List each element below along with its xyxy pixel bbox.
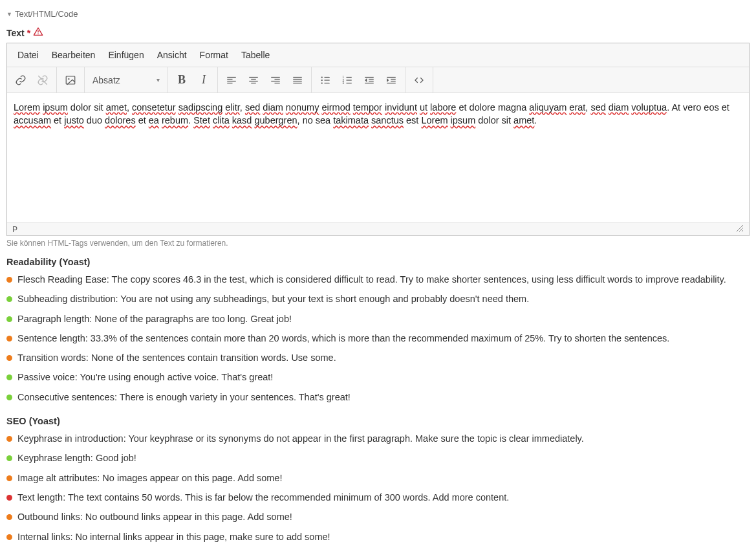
source-code-button[interactable] bbox=[408, 69, 430, 91]
numbered-list-button[interactable]: 123 bbox=[336, 69, 358, 91]
svg-point-23 bbox=[321, 82, 323, 83]
readability-item: Flesch Reading Ease: The copy scores 46.… bbox=[6, 270, 750, 289]
score-bullet-orange bbox=[6, 534, 12, 540]
seo-item: Text length: The text contains 50 words.… bbox=[6, 488, 750, 507]
field-label-text: Text bbox=[6, 28, 25, 38]
seo-item: Keyphrase in introduction: Your keyphras… bbox=[6, 429, 750, 448]
bold-button[interactable]: B bbox=[171, 69, 193, 91]
seo-item-text: Keyphrase length: Good job! bbox=[17, 451, 136, 464]
score-bullet-orange bbox=[6, 336, 12, 341]
readability-item: Passive voice: You're using enough activ… bbox=[6, 367, 750, 387]
readability-item-text: Consecutive sentences: There is enough v… bbox=[17, 391, 351, 404]
readability-item-text: Paragraph length: None of the paragraphs… bbox=[17, 312, 292, 325]
align-right-button[interactable] bbox=[265, 69, 286, 91]
link-button[interactable] bbox=[10, 69, 32, 91]
seo-item-text: Internal links: No internal links appear… bbox=[17, 530, 330, 542]
menu-table[interactable]: Tabelle bbox=[235, 46, 276, 64]
chevron-down-icon: ▾ bbox=[157, 76, 160, 83]
readability-item: Subheading distribution: You are not usi… bbox=[6, 289, 750, 309]
score-bullet-green bbox=[6, 374, 12, 380]
indent-button[interactable] bbox=[380, 69, 402, 91]
svg-point-1 bbox=[38, 34, 39, 35]
readability-item: Paragraph length: None of the paragraphs… bbox=[6, 309, 750, 329]
editor-statusbar: P bbox=[7, 222, 749, 235]
outdent-button[interactable] bbox=[358, 69, 380, 91]
seo-item: Outbound links: No outbound links appear… bbox=[6, 507, 750, 526]
score-bullet-red bbox=[6, 495, 12, 501]
seo-item: Keyphrase length: Good job! bbox=[6, 448, 750, 468]
editor-toolbar: Absatz ▾ B I bbox=[7, 67, 749, 93]
format-select-value: Absatz bbox=[92, 75, 120, 85]
field-label: Text* bbox=[6, 27, 750, 39]
paragraph-format-select[interactable]: Absatz ▾ bbox=[87, 75, 165, 85]
score-bullet-orange bbox=[6, 355, 12, 361]
score-bullet-orange bbox=[6, 475, 12, 481]
svg-rect-3 bbox=[66, 76, 75, 84]
readability-item-text: Transition words: None of the sentences … bbox=[17, 351, 336, 364]
readability-item-text: Flesch Reading Ease: The copy scores 46.… bbox=[17, 273, 726, 286]
seo-item-text: Text length: The text contains 50 words.… bbox=[17, 491, 509, 504]
svg-text:3: 3 bbox=[343, 81, 345, 85]
field-hint: Sie können HTML-Tags verwenden, um den T… bbox=[6, 239, 750, 248]
section-header[interactable]: ▼ Text/HTML/Code bbox=[6, 9, 750, 19]
seo-item: Image alt attributes: No images appear o… bbox=[6, 468, 750, 488]
svg-point-4 bbox=[68, 78, 69, 80]
bullet-list-button[interactable] bbox=[314, 69, 336, 91]
seo-item: Internal links: No internal links appear… bbox=[6, 527, 750, 542]
warning-icon bbox=[33, 27, 43, 39]
readability-item-text: Subheading distribution: You are not usi… bbox=[17, 292, 529, 305]
seo-list: Keyphrase in introduction: Your keyphras… bbox=[6, 429, 750, 542]
svg-point-22 bbox=[321, 79, 323, 80]
readability-list: Flesch Reading Ease: The copy scores 46.… bbox=[6, 270, 750, 407]
readability-item: Transition words: None of the sentences … bbox=[6, 348, 750, 367]
readability-item: Consecutive sentences: There is enough v… bbox=[6, 387, 750, 407]
score-bullet-orange bbox=[6, 514, 12, 520]
readability-item: Sentence length: 33.3% of the sentences … bbox=[6, 329, 750, 348]
score-bullet-green bbox=[6, 296, 12, 302]
align-justify-button[interactable] bbox=[286, 69, 308, 91]
section-title: Text/HTML/Code bbox=[15, 9, 78, 19]
unlink-button[interactable] bbox=[32, 69, 54, 91]
menu-insert[interactable]: Einfügen bbox=[102, 46, 150, 64]
menu-edit[interactable]: Bearbeiten bbox=[45, 46, 102, 64]
svg-point-21 bbox=[321, 76, 323, 78]
image-button[interactable] bbox=[59, 69, 81, 91]
seo-item-text: Keyphrase in introduction: Your keyphras… bbox=[17, 432, 584, 445]
resize-handle-icon[interactable] bbox=[736, 224, 744, 234]
readability-item-text: Sentence length: 33.3% of the sentences … bbox=[17, 332, 669, 345]
readability-item-text: Passive voice: You're using enough activ… bbox=[17, 371, 273, 384]
score-bullet-green bbox=[6, 455, 12, 461]
rich-text-editor: Datei Bearbeiten Einfügen Ansicht Format… bbox=[6, 43, 750, 236]
required-indicator: * bbox=[27, 28, 30, 38]
score-bullet-orange bbox=[6, 436, 12, 442]
align-left-button[interactable] bbox=[221, 69, 243, 91]
menu-format[interactable]: Format bbox=[193, 46, 235, 64]
italic-button[interactable]: I bbox=[193, 69, 215, 91]
element-path[interactable]: P bbox=[12, 225, 17, 234]
readability-title: Readability (Yoast) bbox=[6, 257, 750, 267]
score-bullet-green bbox=[6, 395, 12, 400]
score-bullet-green bbox=[6, 316, 12, 322]
menu-file[interactable]: Datei bbox=[11, 46, 45, 64]
menu-view[interactable]: Ansicht bbox=[151, 46, 193, 64]
editor-content-area[interactable]: Lorem ipsum dolor sit amet, consetetur s… bbox=[7, 93, 749, 222]
score-bullet-orange bbox=[6, 277, 12, 283]
seo-item-text: Image alt attributes: No images appear o… bbox=[17, 472, 282, 484]
align-center-button[interactable] bbox=[243, 69, 265, 91]
caret-down-icon: ▼ bbox=[6, 11, 12, 17]
seo-item-text: Outbound links: No outbound links appear… bbox=[17, 510, 292, 523]
seo-title: SEO (Yoast) bbox=[6, 416, 750, 426]
editor-menubar: Datei Bearbeiten Einfügen Ansicht Format… bbox=[7, 43, 749, 67]
